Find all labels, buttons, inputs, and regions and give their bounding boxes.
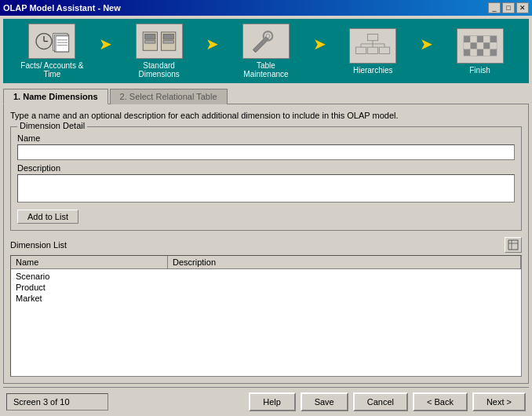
svg-rect-10 — [144, 34, 155, 39]
svg-rect-38 — [470, 49, 476, 56]
name-field-label: Name — [17, 133, 515, 143]
close-button[interactable]: ✕ — [516, 2, 529, 13]
step-maintenance-icon — [242, 24, 290, 59]
svg-rect-30 — [483, 36, 490, 42]
tab-bar: 1. Name Dimensions 2. Select Relational … — [3, 88, 529, 104]
svg-rect-39 — [476, 49, 483, 56]
step-finish-icon — [457, 28, 504, 64]
save-button[interactable]: Save — [301, 392, 348, 411]
step-facts-icon — [28, 24, 75, 59]
svg-rect-28 — [470, 36, 476, 42]
description-input[interactable] — [17, 174, 515, 203]
step-dimensions-icon — [136, 24, 183, 59]
window-body: Facts/ Accounts & Time ➤ StandardDimensi… — [0, 16, 532, 416]
step-maintenance: TableMaintenance — [231, 24, 301, 78]
svg-rect-36 — [490, 42, 496, 49]
row-name: Market — [16, 294, 173, 303]
dimension-list-label: Dimension List — [10, 240, 67, 250]
table-body: Scenario Product Market — [11, 269, 521, 305]
svg-rect-31 — [490, 36, 496, 42]
table-row[interactable]: Market — [11, 293, 521, 304]
svg-point-16 — [266, 34, 270, 38]
table-header: Name Description — [11, 256, 521, 269]
svg-rect-33 — [470, 42, 476, 49]
add-to-list-button[interactable]: Add to List — [17, 210, 78, 224]
step-hierarchies: Hierarchies — [337, 28, 408, 75]
step-dimensions: StandardDimensions — [124, 24, 195, 78]
step-hierarchies-label: Hierarchies — [353, 66, 393, 75]
dimension-table: Name Description Scenario Product Market — [10, 255, 522, 377]
arrow-4: ➤ — [420, 36, 433, 52]
svg-rect-29 — [476, 36, 483, 42]
cancel-button[interactable]: Cancel — [353, 392, 408, 411]
dimension-list-header: Dimension List — [10, 237, 522, 253]
col-header-description: Description — [168, 256, 521, 268]
svg-rect-5 — [56, 35, 69, 51]
step-maintenance-label: TableMaintenance — [243, 61, 288, 78]
svg-rect-34 — [476, 42, 483, 49]
svg-rect-17 — [368, 34, 378, 40]
svg-rect-37 — [464, 49, 470, 56]
table-row[interactable]: Product — [11, 282, 521, 293]
tab-select-relational[interactable]: 2. Select Relational Table — [110, 89, 228, 104]
step-finish-label: Finish — [469, 66, 490, 75]
svg-rect-42 — [508, 240, 518, 250]
title-bar: OLAP Model Assistant - New _ □ ✕ — [0, 0, 532, 16]
svg-rect-13 — [163, 34, 173, 39]
instruction-text: Type a name and an optional description … — [10, 111, 522, 120]
minimize-button[interactable]: _ — [488, 2, 501, 13]
row-desc — [173, 272, 516, 281]
tab-name-dimensions[interactable]: 1. Name Dimensions — [3, 89, 108, 104]
col-header-name: Name — [11, 256, 168, 268]
arrow-2: ➤ — [206, 36, 219, 52]
wizard-steps: Facts/ Accounts & Time ➤ StandardDimensi… — [3, 19, 529, 83]
row-name: Product — [16, 283, 173, 292]
name-input[interactable] — [17, 144, 515, 160]
maximize-button[interactable]: □ — [502, 2, 515, 13]
window-title: OLAP Model Assistant - New — [3, 3, 121, 13]
row-desc — [173, 294, 516, 303]
bottom-buttons: Help Save Cancel < Back Next > — [249, 392, 526, 411]
title-bar-controls: _ □ ✕ — [488, 2, 529, 13]
arrow-1: ➤ — [99, 36, 112, 52]
svg-rect-14 — [163, 40, 173, 42]
step-dimensions-label: StandardDimensions — [139, 61, 180, 78]
svg-rect-25 — [380, 47, 390, 53]
svg-rect-27 — [464, 36, 470, 42]
help-button[interactable]: Help — [249, 392, 296, 411]
group-box-label: Dimension Detail — [17, 121, 87, 130]
svg-rect-24 — [368, 47, 378, 53]
svg-rect-35 — [483, 42, 490, 49]
description-field-label: Description — [17, 163, 515, 173]
row-name: Scenario — [16, 272, 173, 281]
svg-rect-40 — [483, 49, 490, 56]
content-panel: Type a name and an optional description … — [3, 104, 529, 384]
step-facts-label: Facts/ Accounts & Time — [16, 61, 87, 78]
arrow-3: ➤ — [313, 36, 326, 52]
svg-rect-32 — [464, 42, 470, 49]
dimension-list-icon-button[interactable] — [505, 237, 522, 253]
screen-info: Screen 3 of 10 — [6, 393, 108, 411]
back-button[interactable]: < Back — [413, 392, 468, 411]
step-facts: Facts/ Accounts & Time — [16, 24, 87, 78]
dimension-detail-group: Dimension Detail Name Description Add to… — [10, 126, 522, 231]
next-button[interactable]: Next > — [472, 392, 526, 411]
svg-rect-41 — [490, 49, 496, 56]
bottom-bar: Screen 3 of 10 Help Save Cancel < Back N… — [3, 387, 529, 413]
svg-rect-11 — [144, 40, 155, 42]
svg-rect-23 — [356, 47, 366, 53]
step-finish: Finish — [445, 28, 516, 75]
table-row[interactable]: Scenario — [11, 271, 521, 282]
row-desc — [173, 283, 516, 292]
step-hierarchies-icon — [349, 28, 396, 64]
